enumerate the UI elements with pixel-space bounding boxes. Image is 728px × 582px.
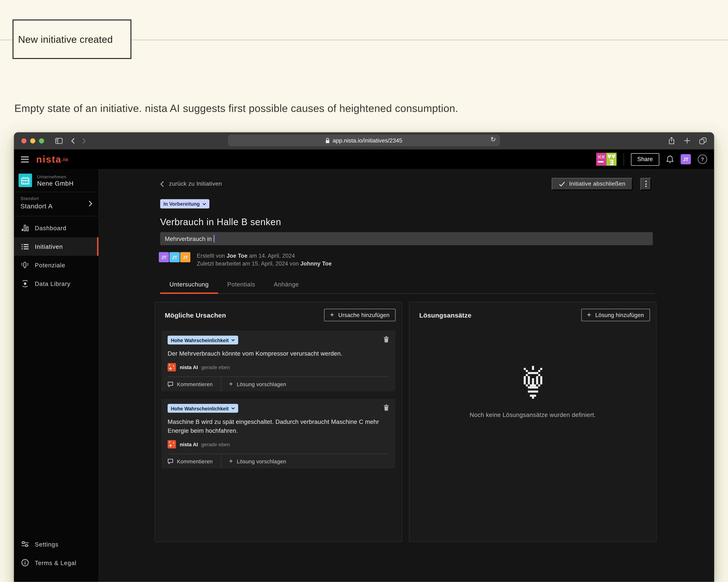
complete-initiative-label: Initiative abschließen [569,181,625,187]
help-icon[interactable]: ? [698,155,707,164]
screenshot-stage: New initiative created Empty state of an… [0,0,728,582]
status-label: In Vorbereitung [163,201,200,207]
initiative-header-row: zurück zu Initiativen Initiative abschli… [160,169,651,190]
plus-icon: + [229,380,233,387]
doc-title: New initiative created [18,34,113,45]
new-tab-icon[interactable] [684,137,691,144]
editor-name: Johnny Toe [300,260,332,267]
complete-initiative-button[interactable]: Initiative abschließen [551,178,633,190]
traffic-lights [21,138,44,143]
add-solution-button[interactable]: + Lösung hinzufügen [581,309,650,321]
sidebar-item-label: Data Library [35,280,71,287]
nista-ai-avatar [167,440,176,448]
sidebar-item-settings[interactable]: Settings [14,535,99,553]
zoom-window-button[interactable] [39,138,44,143]
solutions-empty-text: Noch keine Lösungsansätze wurden definie… [470,411,596,418]
probability-badge[interactable]: Hohe Wahrscheinlichkeit [167,336,238,344]
delete-cause-icon[interactable] [384,404,389,411]
doc-title-box: New initiative created [12,20,131,59]
nista-logo[interactable]: nista.io [36,154,69,164]
app-top-bar-actions: Share JT ? [596,153,707,166]
avatar[interactable]: JT [159,252,169,262]
app-top-bar: nista.io [14,150,714,169]
address-bar[interactable]: app.nista.io/initiatives/2345 ↻ [228,135,500,146]
browser-forward-icon[interactable] [82,138,86,143]
tab-overview-icon[interactable] [699,137,707,144]
delete-cause-icon[interactable] [384,336,389,343]
top-bar-divider [623,153,624,166]
causes-panel: Mögliche Ursachen + Ursache hinzufügen [155,302,402,542]
minimize-window-button[interactable] [30,138,35,143]
initiative-title[interactable]: Verbrauch in Halle B senken [160,217,656,228]
nista-logo-text: nista [36,154,62,164]
tab-untersuchung[interactable]: Untersuchung [160,281,218,293]
sidebar-item-label: Potenziale [35,262,66,268]
browser-chrome-actions [668,132,707,149]
browser-back-icon[interactable] [71,138,75,143]
cause-text: Maschine B wird zu spät eingeschaltet. D… [167,417,389,435]
sidebar-item-label: Settings [35,541,58,548]
probability-badge[interactable]: Hohe Wahrscheinlichkeit [167,404,238,413]
creator-name: Joe Toe [227,253,248,259]
chevron-down-icon [232,407,235,409]
notifications-bell-icon[interactable] [666,155,674,163]
more-options-button[interactable] [640,178,651,190]
comment-button[interactable]: Kommentieren [167,381,213,387]
share-button[interactable]: Share [631,153,659,166]
site-label: Standort [20,196,92,201]
created-edited-info: Erstellt von Joe Toe am 14. April, 2024 … [197,252,332,268]
status-badge[interactable]: In Vorbereitung [160,199,209,208]
cause-author: nista AI [180,442,198,447]
nista-logo-suffix: .io [61,155,68,164]
add-cause-label: Ursache hinzufügen [338,312,389,318]
lock-icon [326,138,330,143]
sidebar-toggle-icon[interactable] [55,138,63,143]
cause-card: Hohe Wahrscheinlichkeit Maschine B wird … [161,399,395,469]
cause-timestamp: gerade eben [201,442,230,447]
reload-icon[interactable]: ↻ [491,136,496,143]
comment-icon [167,458,173,464]
sidebar-item-initiativen[interactable]: Initiativen [14,237,99,256]
site-switcher[interactable]: Standort Standort A [14,192,99,216]
cause-text: Der Mehrverbrauch könnte vom Kompressor … [167,349,389,358]
sidebar-item-terms-legal[interactable]: Terms & Legal [14,553,99,572]
avatar[interactable]: JT [180,252,190,262]
company-switcher[interactable]: Unternehmen Nene GmbH [14,169,99,192]
add-solution-label: Lösung hinzufügen [595,312,644,318]
initiative-description-input[interactable]: Mehrverbrauch in [160,232,653,245]
description-input-value: Mehrverbrauch in [165,235,212,242]
tab-potentials[interactable]: Potentials [218,281,264,293]
plus-icon: + [330,311,334,318]
back-link-label: zurück zu Initiativen [169,181,222,187]
avatar[interactable]: JT [170,252,180,262]
sidebar-item-data-library[interactable]: Data Library [14,274,99,293]
user-avatar[interactable]: JT [681,154,691,164]
probability-label: Hohe Wahrscheinlichkeit [171,337,229,343]
close-window-button[interactable] [21,138,26,143]
sidebar-item-dashboard[interactable]: Dashboard [14,219,99,237]
nista-ai-avatar [167,363,176,371]
comment-button[interactable]: Kommentieren [167,458,213,464]
comment-label: Kommentieren [177,458,213,464]
edited-line: Zuletzt bearbeitet am 15. April, 2024 vo… [197,260,332,268]
plus-icon: + [229,458,233,465]
sidebar: Unternehmen Nene GmbH Standort Standort … [14,169,99,582]
suggest-solution-button[interactable]: + Lösung vorschlagen [229,458,286,464]
suggest-solution-button[interactable]: + Lösung vorschlagen [229,381,286,387]
company-label: Unternehmen [37,174,74,179]
company-name: Nene GmbH [37,180,74,187]
menu-icon[interactable] [21,156,29,162]
sliders-icon [21,541,29,548]
share-page-icon[interactable] [668,137,675,144]
solutions-empty-state: Noch keine Lösungsansätze wurden definie… [410,366,656,418]
doc-description: Empty state of an initiative. nista AI s… [15,103,458,115]
add-cause-button[interactable]: + Ursache hinzufügen [324,309,396,321]
tab-anhaenge[interactable]: Anhänge [264,281,308,293]
cause-timestamp: gerade eben [201,365,230,370]
back-link[interactable]: zurück zu Initiativen [160,181,222,187]
pixel-art-badge[interactable] [596,153,617,166]
chevron-right-icon [88,201,92,207]
cause-author: nista AI [180,365,198,370]
tab-bar: Untersuchung Potentials Anhänge [160,281,655,294]
sidebar-item-potenziale[interactable]: Potenziale [14,256,99,274]
